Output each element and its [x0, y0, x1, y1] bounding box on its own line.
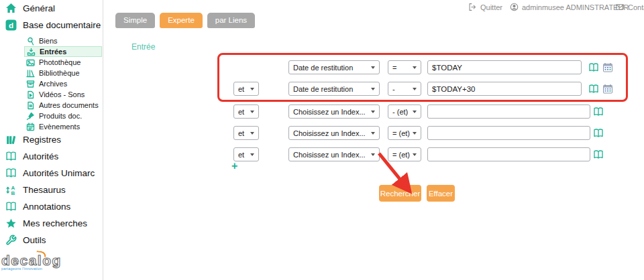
operator-select[interactable]: = (et) [388, 126, 421, 140]
clear-button[interactable]: Effacer [427, 185, 455, 202]
logout-icon [468, 3, 477, 11]
index-browse-book-icon[interactable] [593, 128, 604, 139]
chevron-down-icon [413, 111, 417, 113]
user-account-link[interactable]: adminmusee ADMINSTRATEUR [510, 2, 629, 12]
sidebar-item-thesaurus[interactable]: AB Thesaurus [0, 182, 103, 198]
criteria-value-input[interactable] [427, 82, 582, 96]
sidebar-item-annotations[interactable]: Annotations [0, 198, 103, 215]
index-browse-book-icon[interactable] [593, 107, 604, 117]
quit-link[interactable]: Quitter [468, 2, 502, 12]
mail-icon [615, 3, 625, 11]
contact-link[interactable]: Contact [615, 2, 644, 12]
index-browse-book-icon[interactable] [593, 149, 604, 160]
index-select[interactable]: Choisissez un Index... [288, 104, 380, 119]
index-select[interactable]: Choisissez un Index... [288, 126, 380, 140]
documentary-base-icon: d [5, 19, 17, 31]
index-select[interactable]: Date de restitution [288, 82, 380, 96]
sidebar-item-label: Mes recherches [23, 218, 87, 228]
user-icon [510, 3, 519, 11]
app-window: Général d Base documentaire Biens Ent [0, 0, 644, 280]
wrench-icon [5, 234, 17, 247]
sidebar-item-label: Autorités Unimarc [23, 168, 95, 178]
sidebar-item-general[interactable]: Général [0, 0, 103, 17]
criteria-row: et Choisissez un Index... = (et) [0, 126, 644, 141]
criteria-value-input[interactable] [427, 126, 590, 140]
criteria-value-input[interactable] [427, 60, 582, 74]
sidebar-item-label: Outils [23, 235, 46, 245]
sidebar-item-autorites-unimarc[interactable]: Autorités Unimarc [0, 165, 103, 182]
chevron-down-icon [371, 66, 375, 69]
section-label-entree: Entrée [131, 42, 155, 52]
chevron-down-icon [250, 153, 254, 156]
tab-par-liens[interactable]: par Liens [207, 13, 255, 28]
chevron-down-icon [250, 88, 254, 90]
criteria-value-input[interactable] [427, 147, 590, 161]
index-browse-book-icon[interactable] [588, 84, 599, 94]
sidebar-item-label: Annotations [23, 202, 70, 212]
boolean-select[interactable]: et [233, 82, 259, 96]
sidebar-item-entrees[interactable]: Entrées [24, 46, 102, 57]
sidebar-item-biens[interactable]: Biens [24, 36, 102, 46]
index-select[interactable]: Date de restitution [288, 60, 380, 74]
index-select[interactable]: Choisissez un Index... [288, 147, 380, 161]
index-browse-book-icon[interactable] [588, 62, 599, 73]
open-book-icon [5, 167, 17, 180]
sidebar-top-section: Général d Base documentaire [0, 0, 103, 33]
tab-simple[interactable]: Simple [115, 13, 155, 28]
chevron-down-icon [413, 88, 417, 90]
chevron-down-icon [250, 111, 254, 113]
chevron-down-icon [371, 111, 375, 113]
objects-icon [25, 36, 35, 46]
sidebar-item-mes-recherches[interactable]: Mes recherches [0, 215, 103, 232]
sidebar-item-label: Général [23, 3, 55, 13]
chevron-down-icon [371, 88, 375, 90]
chevron-down-icon [413, 66, 417, 69]
search-mode-tabs: Simple Experte par Liens [115, 13, 255, 28]
chevron-down-icon [413, 132, 417, 135]
boolean-select[interactable]: et [233, 147, 259, 161]
boolean-select[interactable]: et [233, 126, 259, 140]
sidebar-item-label: Entrées [40, 48, 66, 56]
quit-label: Quitter [480, 3, 502, 11]
sidebar-item-base-documentaire[interactable]: d Base documentaire [0, 17, 103, 33]
sidebar-item-outils[interactable]: Outils [0, 232, 103, 249]
tab-experte[interactable]: Experte [160, 13, 203, 28]
date-picker-icon[interactable] [602, 84, 613, 94]
chevron-down-icon [371, 153, 375, 156]
logo-text: decalog [1, 253, 62, 268]
operator-select[interactable]: - [388, 82, 421, 96]
chevron-down-icon [250, 132, 254, 135]
sidebar-item-label: Base documentaire [23, 20, 101, 30]
sidebar-item-label: Thesaurus [23, 185, 66, 195]
criteria-row: et Choisissez un Index... - (et) [0, 104, 644, 119]
add-criteria-button[interactable]: + [231, 161, 237, 171]
user-label: adminmusee ADMINSTRATEUR [522, 3, 629, 11]
operator-select[interactable]: = [388, 60, 421, 74]
criteria-row: Date de restitution = [0, 60, 644, 75]
contact-label: Contact [628, 3, 644, 11]
chevron-down-icon [371, 132, 375, 135]
sidebar-item-label: Biens [39, 37, 58, 45]
svg-text:B: B [11, 190, 15, 196]
criteria-value-input[interactable] [427, 104, 590, 119]
thesaurus-ab-icon: AB [5, 184, 17, 196]
boolean-select[interactable]: et [233, 104, 259, 119]
svg-text:d: d [8, 21, 13, 29]
home-icon [5, 3, 17, 15]
date-picker-icon[interactable] [602, 62, 613, 73]
criteria-row: et Choisissez un Index... = (et) [0, 147, 644, 162]
decalog-logo: decalog partageons l'innovation [1, 253, 62, 271]
chevron-down-icon [413, 153, 417, 156]
search-button[interactable]: Rechercher [379, 185, 421, 202]
star-icon [5, 218, 17, 230]
criteria-row: et Date de restitution - [0, 82, 644, 96]
operator-select[interactable]: = (et) [388, 147, 421, 161]
operator-select[interactable]: - (et) [388, 104, 421, 119]
open-book-icon [5, 201, 17, 213]
inbox-icon [26, 47, 36, 56]
